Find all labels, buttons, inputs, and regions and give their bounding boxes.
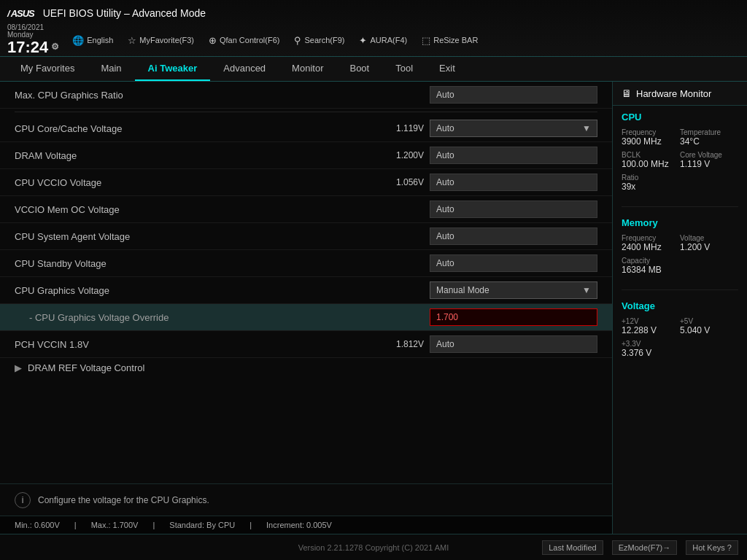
- bios-title: UEFI BIOS Utility – Advanced Mode: [43, 7, 206, 19]
- voltage-standard: Standard: By CPU: [169, 521, 235, 529]
- setting-label: PCH VCCIN 1.8V: [15, 339, 384, 350]
- setting-label: CPU Core/Cache Voltage: [15, 123, 384, 134]
- settings-icon[interactable]: ⚙: [51, 42, 59, 52]
- star-icon: ☆: [128, 35, 136, 46]
- cpu-graphics-voltage-override-input[interactable]: 1.700: [430, 308, 597, 326]
- last-modified-button[interactable]: Last Modified: [542, 540, 603, 555]
- setting-control: 1.700: [430, 308, 597, 326]
- hw-section-voltage-title: Voltage: [622, 300, 738, 311]
- voltage-max: Max.: 1.700V: [91, 521, 139, 529]
- search-icon: ⚲: [294, 35, 301, 46]
- separator: [622, 289, 738, 290]
- setting-label: VCCIO Mem OC Voltage: [15, 204, 384, 215]
- header-controls: 08/16/2021 Monday 17:24 ⚙ 🌐 English ☆ My…: [7, 26, 740, 54]
- nav-ai-tweaker[interactable]: Ai Tweaker: [135, 57, 211, 81]
- table-row: CPU Core/Cache Voltage 1.119V Auto ▼: [0, 115, 612, 142]
- language-button[interactable]: 🌐 English: [66, 34, 119, 47]
- setting-label: DRAM REF Voltage Control: [28, 362, 144, 373]
- nav-my-favorites[interactable]: My Favorites: [7, 57, 88, 81]
- hw-label: +5V: [680, 317, 738, 325]
- nav-main[interactable]: Main: [88, 57, 134, 81]
- hw-value: 39x: [622, 182, 738, 192]
- nav-monitor[interactable]: Monitor: [279, 57, 336, 81]
- nav-tool[interactable]: Tool: [382, 57, 426, 81]
- dram-ref-voltage-expand[interactable]: ▶ DRAM REF Voltage Control: [0, 358, 612, 378]
- hw-value: 1.200 V: [680, 242, 738, 252]
- chevron-down-icon: ▼: [582, 123, 591, 133]
- hw-label: Ratio: [622, 174, 738, 182]
- cpu-graphics-voltage-dropdown[interactable]: Manual Mode ▼: [430, 281, 597, 299]
- hw-label: Voltage: [680, 234, 738, 242]
- cpu-vccio-dropdown[interactable]: Auto: [430, 174, 597, 191]
- datetime: 08/16/2021 Monday 17:24 ⚙: [7, 24, 59, 56]
- voltage-range-bar: Min.: 0.600V | Max.: 1.700V | Standard: …: [0, 516, 612, 534]
- auto-dropdown[interactable]: Auto: [430, 86, 597, 104]
- info-text: Configure the voltage for the CPU Graphi…: [38, 495, 209, 505]
- cpu-standby-dropdown[interactable]: Auto: [430, 254, 597, 272]
- content-area: Max. CPU Graphics Ratio Auto CPU Core/Ca…: [0, 82, 612, 534]
- search-button[interactable]: ⚲ Search(F9): [288, 34, 350, 47]
- nav-advanced[interactable]: Advanced: [210, 57, 279, 81]
- nav-exit[interactable]: Exit: [426, 57, 468, 81]
- ez-mode-button[interactable]: EzMode(F7)→: [612, 540, 678, 555]
- cpu-core-voltage-dropdown[interactable]: Auto ▼: [430, 120, 597, 137]
- dram-voltage-dropdown[interactable]: Auto: [430, 147, 597, 164]
- hw-value: 16384 MB: [622, 265, 738, 275]
- hw-value: 2400 MHz: [622, 242, 680, 252]
- table-row: CPU System Agent Voltage Auto: [0, 223, 612, 250]
- info-bar: i Configure the voltage for the CPU Grap…: [0, 483, 612, 516]
- hw-label: +3.3V: [622, 340, 738, 348]
- header: /ASUS UEFI BIOS Utility – Advanced Mode …: [0, 0, 747, 57]
- setting-label: DRAM Voltage: [15, 150, 384, 161]
- hw-value: 3.376 V: [622, 348, 738, 358]
- resize-bar-button[interactable]: ⬚ ReSize BAR: [416, 34, 484, 47]
- my-favorite-button[interactable]: ☆ MyFavorite(F3): [122, 34, 200, 47]
- list-item: Capacity 16384 MB: [622, 257, 738, 275]
- voltage-increment: Increment: 0.005V: [266, 521, 332, 529]
- setting-current-value: 1.200V: [384, 150, 424, 160]
- hw-5v-col: +5V 5.040 V: [680, 317, 738, 335]
- aura-icon: ✦: [359, 35, 367, 46]
- hw-section-memory-title: Memory: [622, 217, 738, 228]
- setting-current-value: 1.119V: [384, 123, 424, 133]
- hw-label: +12V: [622, 317, 680, 325]
- setting-current-value: 1.056V: [384, 177, 424, 187]
- list-item: Ratio 39x: [622, 174, 738, 192]
- aura-button[interactable]: ✦ AURA(F4): [353, 34, 413, 47]
- hot-keys-button[interactable]: Hot Keys ?: [686, 540, 738, 555]
- hw-capacity-col: Capacity 16384 MB: [622, 257, 738, 275]
- cpu-system-agent-dropdown[interactable]: Auto: [430, 228, 597, 245]
- nav-boot[interactable]: Boot: [336, 57, 382, 81]
- qfan-control-button[interactable]: ⊕ Qfan Control(F6): [203, 34, 286, 47]
- table-row: CPU Graphics Voltage Manual Mode ▼: [0, 277, 612, 304]
- vccio-mem-dropdown[interactable]: Auto: [430, 201, 597, 218]
- hw-value: 5.040 V: [680, 325, 738, 335]
- hw-3-3v-col: +3.3V 3.376 V: [622, 340, 738, 358]
- table-row: CPU Standby Voltage Auto: [0, 250, 612, 277]
- hw-label: Frequency: [622, 234, 680, 242]
- time-display: 17:24 ⚙: [7, 39, 59, 56]
- hw-label: Temperature: [680, 128, 738, 136]
- hw-12v-col: +12V 12.288 V: [622, 317, 680, 335]
- pch-vccin-dropdown[interactable]: Auto: [430, 335, 597, 353]
- table-row: Max. CPU Graphics Ratio Auto: [0, 82, 612, 109]
- settings-list: Max. CPU Graphics Ratio Auto CPU Core/Ca…: [0, 82, 612, 483]
- setting-control: Auto: [430, 228, 597, 245]
- hw-label: Frequency: [622, 128, 680, 136]
- hw-value: 100.00 MHz: [622, 159, 680, 169]
- setting-label: CPU Graphics Voltage: [15, 285, 384, 296]
- hw-label: Core Voltage: [680, 151, 738, 159]
- hw-label: BCLK: [622, 151, 680, 159]
- table-row: VCCIO Mem OC Voltage Auto: [0, 196, 612, 223]
- expand-icon: ▶: [15, 362, 22, 373]
- setting-label: Max. CPU Graphics Ratio: [15, 90, 384, 101]
- setting-control: Auto ▼: [430, 120, 597, 137]
- hw-voltage-section: Voltage +12V 12.288 V +5V 5.040 V +3.3V …: [613, 295, 747, 368]
- setting-control: Auto: [430, 254, 597, 272]
- setting-label: CPU VCCIO Voltage: [15, 177, 384, 188]
- date-display: 08/16/2021 Monday: [7, 24, 59, 39]
- hw-temperature-col: Temperature 34°C: [680, 128, 738, 147]
- info-icon: i: [15, 492, 31, 508]
- setting-control: Auto: [430, 147, 597, 164]
- hw-ratio-col: Ratio 39x: [622, 174, 738, 192]
